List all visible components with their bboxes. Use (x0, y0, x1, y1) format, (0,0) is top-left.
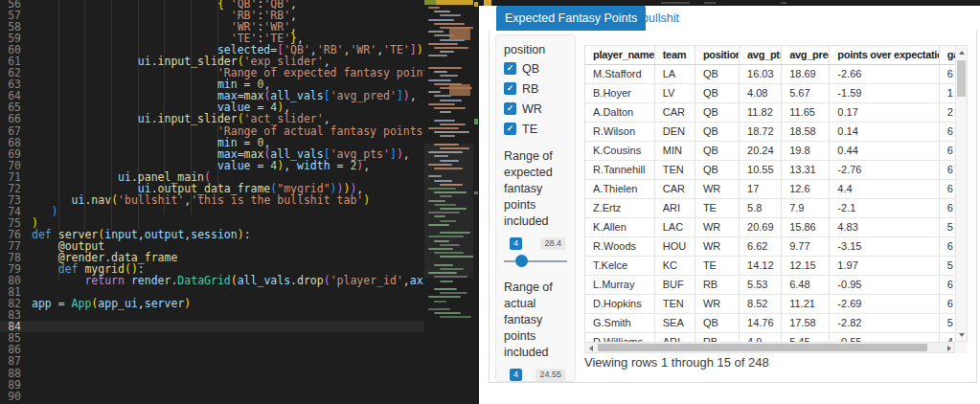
table-cell: 12.6 (782, 179, 830, 198)
table-cell: 6 (939, 160, 955, 179)
table-cell: QB (695, 313, 739, 332)
horizontal-scrollbar-thumb[interactable] (598, 344, 927, 351)
table-cell: 4 (939, 332, 955, 342)
tab-bullshit[interactable]: bullshit (632, 6, 689, 31)
table-cell: 6 (939, 64, 955, 83)
column-header[interactable]: points over expectation (830, 46, 939, 64)
minimap-line-mark (428, 55, 447, 56)
table-row[interactable]: D.WilliamsARIRB4.95.45-0.554 (585, 332, 955, 342)
table-cell: 0.14 (830, 122, 939, 141)
table-cell: 19.8 (782, 141, 830, 160)
minimap-line-mark (428, 296, 461, 298)
table-row[interactable]: R.WoodsHOUWR6.629.77-3.156 (585, 236, 955, 256)
table-row[interactable]: B.HoyerLVQB4.085.67-1.591 (585, 83, 955, 102)
code-line[interactable]: 86 (0, 344, 424, 355)
code-editor[interactable]: 56 { 'QB':'QB',57 'RB':'RB',58 'WR':'WR'… (0, 0, 479, 404)
minimap-line-mark (434, 23, 465, 25)
actual-slider-max-label: 24.55 (536, 369, 565, 381)
code-line[interactable]: 85 (0, 332, 424, 344)
table-row[interactable]: K.CousinsMINQB20.2419.80.446 (585, 141, 955, 160)
code-line[interactable]: 87 (0, 355, 424, 367)
table-cell: 1.97 (830, 256, 939, 275)
table-cell: -2.76 (830, 160, 939, 179)
scroll-up-arrow-icon[interactable] (956, 46, 967, 58)
line-number: 88 (0, 368, 21, 379)
table-row[interactable]: G.SmithSEAQB14.7617.58-2.825 (585, 313, 955, 332)
expected-slider[interactable] (504, 255, 567, 268)
minimap-line-mark (434, 120, 455, 122)
code-line[interactable]: 89 (0, 379, 424, 391)
table-cell: 4.08 (740, 83, 782, 102)
data-grid-viewport[interactable]: player_nameteampositionavg_ptsavg_predpo… (584, 45, 955, 342)
table-cell: 20.69 (740, 217, 782, 236)
minimap-line-mark (428, 103, 455, 105)
code-line[interactable]: 80 return render.DataGrid(all_vals.drop(… (0, 275, 424, 286)
line-number: 90 (0, 391, 21, 402)
code-line[interactable]: 90 (0, 391, 424, 402)
tab-expected-fantasy-points[interactable]: Expected Fantasy Points (496, 6, 646, 31)
horizontal-scrollbar[interactable] (584, 342, 955, 353)
minimap[interactable] (424, 0, 473, 404)
minimap-line-mark (428, 91, 441, 93)
position-checkbox-wr[interactable]: ✓WR (504, 99, 567, 119)
table-row[interactable]: R.WilsonDENQB18.7218.580.146 (585, 122, 955, 141)
table-row[interactable]: T.KelceKCTE14.1212.151.975 (585, 256, 955, 275)
table-cell: 5.53 (740, 275, 782, 294)
column-header[interactable]: team (654, 46, 695, 64)
table-row[interactable]: M.StaffordLAQB16.0318.69-2.666 (585, 64, 955, 83)
expected-slider-handle[interactable] (515, 255, 528, 267)
table-row[interactable]: A.DaltonCARQB11.8211.650.172 (585, 102, 955, 122)
scroll-down-arrow-icon[interactable] (956, 328, 967, 341)
table-row[interactable]: D.HopkinsTENWR8.5211.21-2.696 (585, 294, 955, 313)
top-strip-mark (661, 2, 690, 4)
table-row[interactable]: Z.ErtzARITE5.87.9-2.16 (585, 198, 955, 217)
vertical-scrollbar-thumb[interactable] (957, 60, 966, 97)
code-line[interactable]: 83 (0, 309, 424, 321)
table-cell: QB (695, 122, 739, 141)
code-line[interactable]: 73 ui.nav('bullshit','this is the bullsh… (0, 194, 424, 206)
minimap-line-mark (440, 51, 454, 53)
position-checkbox-te[interactable]: ✓TE (504, 119, 567, 139)
ruler-mark (474, 2, 478, 7)
minimap-viewport[interactable] (424, 144, 473, 278)
table-cell: L.Murray (585, 275, 654, 294)
app-preview: Expected Fantasy Points bullshit positio… (479, 0, 980, 404)
code-line[interactable]: 88 (0, 368, 424, 379)
vertical-scrollbar[interactable] (955, 45, 968, 342)
column-header[interactable]: avg_pts (740, 46, 782, 64)
table-cell: 5.67 (782, 83, 830, 102)
minimap-line-mark (434, 107, 466, 109)
table-row[interactable]: R.TannehillTENQB10.5513.31-2.766 (585, 160, 955, 179)
table-cell: G.Smith (585, 313, 654, 332)
table-cell: 12.15 (782, 256, 830, 275)
table-cell: ARI (654, 198, 695, 217)
table-row[interactable]: A.ThielenCARWR1712.64.46 (585, 179, 955, 198)
code-lines[interactable]: 56 { 'QB':'QB',57 'RB':'RB',58 'WR':'WR'… (0, 0, 424, 404)
table-row[interactable]: L.MurrayBUFRB5.536.48-0.956 (585, 275, 955, 294)
table-cell: 6.62 (740, 236, 782, 256)
code-line[interactable]: 74 ) (0, 206, 424, 217)
column-header[interactable]: player_name (585, 46, 654, 64)
code-line[interactable]: 82app = App(app_ui,server) (0, 298, 424, 309)
expected-slider-value-badge: 4 (510, 237, 522, 250)
line-number: 70 (0, 160, 21, 171)
code-line[interactable]: 84 (0, 321, 424, 332)
position-checkbox-rb[interactable]: ✓RB (504, 79, 567, 99)
table-cell: 5 (939, 256, 955, 275)
ruler-mark (474, 191, 478, 194)
table-cell: 11.21 (782, 294, 830, 313)
scroll-right-arrow-icon[interactable] (944, 342, 954, 354)
checkbox-label: WR (522, 102, 542, 116)
minimap-line-mark (434, 312, 461, 314)
column-header[interactable]: position (695, 46, 739, 64)
table-row[interactable]: K.AllenLACWR20.6915.864.835 (585, 217, 955, 236)
scroll-left-arrow-icon[interactable] (585, 342, 596, 354)
table-cell: 0.17 (830, 102, 939, 122)
expected-slider-label: Range of expected fantasy points include… (504, 148, 567, 230)
column-header[interactable]: games (939, 46, 955, 64)
column-header[interactable]: avg_pred (782, 46, 830, 64)
table-cell: QB (695, 64, 739, 83)
expected-slider-max-label: 28.4 (540, 237, 565, 250)
minimap-line-mark (440, 75, 458, 77)
position-checkbox-qb[interactable]: ✓QB (504, 58, 567, 79)
